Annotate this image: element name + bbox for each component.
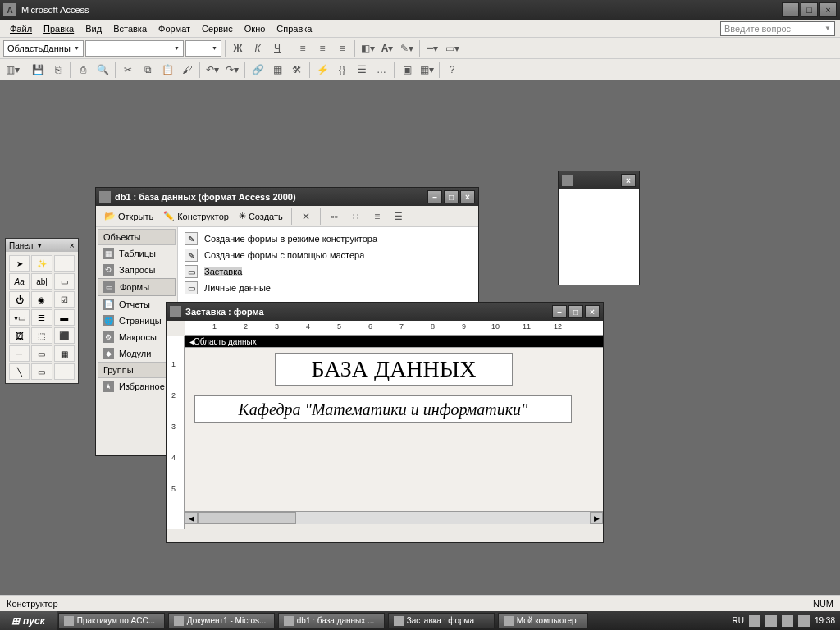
horizontal-ruler[interactable]: 123 456 789 101112 bbox=[185, 321, 603, 336]
close-button[interactable]: × bbox=[819, 2, 837, 17]
wizard-tool[interactable]: ✨ bbox=[31, 255, 52, 272]
clock[interactable]: 19:38 bbox=[815, 616, 835, 625]
tray-icon[interactable] bbox=[749, 615, 760, 627]
list-item[interactable]: ▭Заставка bbox=[181, 263, 475, 280]
saveas-button[interactable]: ⎘ bbox=[48, 61, 66, 79]
font-selector[interactable]: ▼ bbox=[85, 40, 184, 57]
design-button[interactable]: ✏️Конструктор bbox=[160, 209, 232, 223]
line-color-button[interactable]: ✎▾ bbox=[398, 39, 416, 57]
toolbox-button[interactable]: 🛠 bbox=[288, 61, 306, 79]
large-icons-button[interactable]: ▫▫ bbox=[326, 208, 344, 226]
autoformat-button[interactable]: ⚡ bbox=[313, 61, 331, 79]
detail-section-header[interactable]: ◂ Область данных bbox=[185, 336, 603, 347]
option-tool[interactable]: ◉ bbox=[31, 291, 52, 308]
font-size-selector[interactable]: ▼ bbox=[185, 40, 221, 57]
minimize-button[interactable]: – bbox=[782, 2, 799, 17]
list-view-button[interactable]: ≡ bbox=[368, 208, 386, 226]
new-object-button[interactable]: ▦▾ bbox=[418, 61, 436, 79]
preview-button[interactable]: 🔍 bbox=[94, 61, 112, 79]
nav-forms[interactable]: ▭Формы bbox=[98, 278, 176, 296]
floating-panel-titlebar[interactable]: × bbox=[559, 171, 639, 189]
hyperlink-button[interactable]: 🔗 bbox=[249, 61, 267, 79]
vertical-ruler[interactable]: 123 45 bbox=[167, 336, 185, 529]
textbox-tool[interactable]: ab| bbox=[31, 273, 52, 290]
subform-tool[interactable]: ▦ bbox=[54, 345, 75, 362]
build-button[interactable]: … bbox=[372, 61, 390, 79]
lang-indicator[interactable]: RU bbox=[733, 616, 744, 625]
help-button[interactable]: ? bbox=[443, 61, 461, 79]
fill-color-button[interactable]: ◧▾ bbox=[358, 39, 377, 57]
properties-button[interactable]: ☰ bbox=[353, 61, 371, 79]
format-painter-button[interactable]: 🖌 bbox=[178, 61, 196, 79]
details-view-button[interactable]: ☰ bbox=[390, 208, 408, 226]
maximize-icon[interactable]: □ bbox=[568, 305, 583, 318]
align-center-button[interactable]: ≡ bbox=[313, 39, 331, 57]
menu-help[interactable]: Справка bbox=[272, 22, 317, 35]
label-title[interactable]: БАЗА ДАННЫХ bbox=[275, 353, 513, 386]
nav-tables[interactable]: ▦Таблицы bbox=[98, 245, 176, 262]
scroll-left-icon[interactable]: ◀ bbox=[185, 512, 198, 524]
scroll-right-icon[interactable]: ▶ bbox=[590, 512, 603, 524]
taskbar-item[interactable]: Документ1 - Micros... bbox=[168, 613, 275, 628]
scroll-thumb[interactable] bbox=[198, 512, 296, 524]
tray-icon[interactable] bbox=[798, 615, 810, 627]
system-tray[interactable]: RU 19:38 bbox=[728, 615, 840, 627]
form-canvas[interactable]: БАЗА ДАННЫХ Кафедра "Математики и информ… bbox=[185, 347, 603, 511]
menu-tools[interactable]: Сервис bbox=[197, 22, 238, 35]
list-item[interactable]: ✎Создание формы с помощью мастера bbox=[181, 247, 475, 263]
italic-button[interactable]: К bbox=[249, 39, 267, 57]
menu-edit[interactable]: Правка bbox=[39, 22, 79, 35]
redo-button[interactable]: ↷▾ bbox=[223, 61, 241, 79]
nav-favorites[interactable]: ★Избранное bbox=[98, 378, 176, 395]
rect-tool[interactable]: ▭ bbox=[31, 363, 52, 380]
start-button[interactable]: ⊞пуск bbox=[0, 611, 57, 630]
object-selector[interactable]: ОбластьДанны▼ bbox=[3, 40, 84, 57]
taskbar-item[interactable]: Мой компьютер bbox=[498, 613, 588, 628]
minimize-icon[interactable]: – bbox=[552, 305, 567, 318]
maximize-button[interactable]: □ bbox=[801, 2, 818, 17]
close-icon[interactable]: × bbox=[621, 174, 636, 187]
font-color-button[interactable]: A▾ bbox=[378, 39, 396, 57]
bold-button[interactable]: Ж bbox=[229, 39, 247, 57]
taskbar-item[interactable]: Заставка : форма bbox=[388, 613, 495, 628]
new-button[interactable]: ✳Создать bbox=[235, 209, 286, 223]
nav-macros[interactable]: ⚙Макросы bbox=[98, 329, 176, 345]
minimize-icon[interactable]: – bbox=[427, 190, 442, 203]
copy-button[interactable]: ⧉ bbox=[139, 61, 157, 79]
form-titlebar[interactable]: Заставка : форма – □ × bbox=[167, 303, 603, 321]
paste-button[interactable]: 📋 bbox=[158, 61, 176, 79]
label-subtitle[interactable]: Кафедра "Математики и информатики" bbox=[194, 395, 572, 423]
print-button[interactable]: ⎙ bbox=[74, 61, 92, 79]
list-tool[interactable]: ☰ bbox=[31, 309, 52, 326]
pagebreak-tool[interactable]: ─ bbox=[9, 345, 30, 362]
nav-modules[interactable]: ◆Модули bbox=[98, 345, 176, 362]
label-tool[interactable]: Aa bbox=[9, 273, 30, 290]
taskbar-item[interactable]: db1 : база данных ... bbox=[278, 613, 385, 628]
delete-button[interactable]: ✕ bbox=[297, 208, 315, 226]
open-button[interactable]: 📂Открыть bbox=[101, 209, 157, 223]
unbound-tool[interactable]: ⬚ bbox=[31, 327, 52, 344]
small-icons-button[interactable]: ∷ bbox=[347, 208, 365, 226]
close-icon[interactable]: × bbox=[70, 240, 75, 250]
cut-button[interactable]: ✂ bbox=[119, 61, 137, 79]
close-icon[interactable]: × bbox=[585, 305, 600, 318]
line-width-button[interactable]: ━▾ bbox=[423, 39, 441, 57]
close-icon[interactable]: × bbox=[460, 190, 475, 203]
align-right-button[interactable]: ≡ bbox=[333, 39, 351, 57]
database-titlebar[interactable]: db1 : база данных (формат Access 2000) –… bbox=[96, 188, 478, 206]
list-item[interactable]: ▭Личные данные bbox=[181, 280, 475, 296]
save-button[interactable]: 💾 bbox=[29, 61, 47, 79]
field-list-button[interactable]: ▦ bbox=[268, 61, 286, 79]
tray-icon[interactable] bbox=[765, 615, 777, 627]
checkbox-tool[interactable]: ☑ bbox=[54, 291, 75, 308]
chevron-down-icon[interactable]: ▼ bbox=[36, 242, 43, 249]
special-effect-button[interactable]: ▭▾ bbox=[443, 39, 461, 57]
pointer-tool[interactable]: ➤ bbox=[9, 255, 30, 272]
ask-question-box[interactable]: Введите вопрос ▼ bbox=[720, 21, 835, 36]
toolbox-header[interactable]: Панел ▼ × bbox=[6, 239, 78, 252]
maximize-icon[interactable]: □ bbox=[444, 190, 459, 203]
group-tool[interactable]: ▭ bbox=[54, 273, 75, 290]
button-tool[interactable]: ▬ bbox=[54, 309, 75, 326]
form-design-window[interactable]: Заставка : форма – □ × 123 456 789 10111… bbox=[166, 302, 604, 543]
menu-file[interactable]: Файл bbox=[5, 22, 37, 35]
